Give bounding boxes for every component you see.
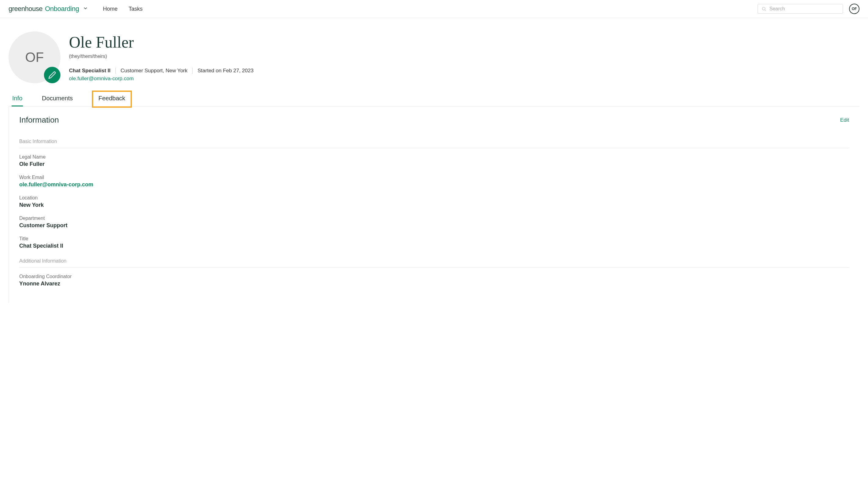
field-value: Ole Fuller (19, 161, 849, 167)
profile-tabs: Info Documents Feedback (8, 93, 860, 106)
edit-button[interactable]: Edit (840, 117, 849, 123)
profile-title: Chat Specialist II (69, 68, 111, 74)
search-input[interactable] (769, 6, 839, 11)
section-additional: Additional Information (19, 258, 849, 268)
search-field[interactable] (757, 4, 843, 14)
svg-line-1 (765, 10, 766, 11)
pencil-icon (48, 71, 56, 79)
field-value-email[interactable]: ole.fuller@omniva-corp.com (19, 181, 849, 188)
field-value: Customer Support (19, 222, 849, 229)
topbar-right: OF (757, 4, 860, 14)
profile-meta: Chat Specialist II Customer Support, New… (69, 68, 254, 74)
meta-divider (192, 68, 193, 74)
brand-onboarding: Onboarding (45, 5, 79, 13)
field-work-email: Work Email ole.fuller@omniva-corp.com (19, 175, 849, 188)
current-user-avatar[interactable]: OF (849, 4, 860, 14)
nav-tasks[interactable]: Tasks (128, 6, 143, 12)
edit-avatar-button[interactable] (44, 67, 60, 83)
section-basic: Basic Information (19, 139, 849, 148)
field-value: Ynonne Alvarez (19, 280, 849, 287)
panel-header: Information Edit (19, 115, 849, 125)
field-label: Work Email (19, 175, 849, 180)
brand-greenhouse: greenhouse (8, 5, 42, 13)
brand-switcher[interactable]: greenhouse Onboarding (8, 5, 88, 13)
profile-start-date: Started on Feb 27, 2023 (197, 68, 253, 74)
tab-feedback[interactable]: Feedback (92, 91, 132, 108)
field-department: Department Customer Support (19, 216, 849, 229)
profile-dept-loc: Customer Support, New York (121, 68, 187, 74)
field-title: Title Chat Specialist II (19, 236, 849, 249)
field-label: Onboarding Coordinator (19, 274, 849, 279)
field-location: Location New York (19, 195, 849, 208)
field-coordinator: Onboarding Coordinator Ynonne Alvarez (19, 274, 849, 287)
profile-email[interactable]: ole.fuller@omniva-corp.com (69, 76, 134, 81)
field-value: Chat Specialist II (19, 243, 849, 249)
field-value: New York (19, 202, 849, 208)
search-icon (762, 6, 766, 11)
field-label: Title (19, 236, 849, 242)
chevron-down-icon (83, 5, 88, 12)
profile-info: Ole Fuller (they/them/theirs) Chat Speci… (69, 31, 254, 82)
svg-point-0 (763, 7, 765, 10)
avatar-wrap: OF (8, 31, 60, 83)
field-label: Legal Name (19, 154, 849, 160)
profile-pronouns: (they/them/theirs) (69, 54, 254, 59)
topbar: greenhouse Onboarding Home Tasks OF (0, 0, 868, 18)
field-label: Location (19, 195, 849, 201)
tab-info[interactable]: Info (11, 93, 23, 106)
profile-header: OF Ole Fuller (they/them/theirs) Chat Sp… (8, 31, 860, 83)
field-label: Department (19, 216, 849, 221)
panel-title: Information (19, 115, 59, 125)
page-body: OF Ole Fuller (they/them/theirs) Chat Sp… (0, 18, 868, 303)
nav-home[interactable]: Home (103, 6, 118, 12)
tab-documents[interactable]: Documents (41, 93, 73, 106)
info-panel: Information Edit Basic Information Legal… (8, 106, 860, 303)
meta-divider (115, 68, 116, 74)
field-legal-name: Legal Name Ole Fuller (19, 154, 849, 167)
primary-nav: Home Tasks (103, 6, 143, 12)
profile-name: Ole Fuller (69, 33, 254, 51)
